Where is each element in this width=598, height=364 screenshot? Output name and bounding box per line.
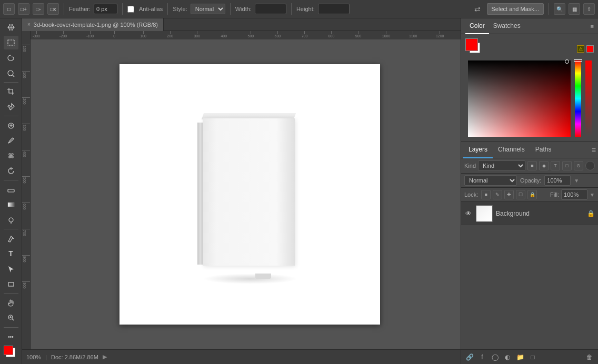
layers-blending-row: Normal Opacity: ▼	[461, 174, 598, 188]
close-tab-icon[interactable]: ×	[27, 22, 31, 27]
brush-tool-btn[interactable]	[4, 134, 18, 148]
quick-select-tool-btn[interactable]	[4, 66, 18, 80]
hand-tool-btn[interactable]	[4, 296, 18, 310]
filter-adjustment-btn[interactable]: ◆	[539, 161, 549, 170]
alpha-slider[interactable]	[585, 60, 592, 137]
status-bar: 100% | Doc: 2.86M/2.86M ▶	[22, 349, 461, 364]
new-selection-btn[interactable]: □	[3, 3, 15, 15]
crop-tool-btn[interactable]	[4, 85, 18, 99]
gamut-color-swatch[interactable]	[586, 45, 594, 53]
color-swatch-row: ⚠	[465, 38, 594, 58]
opacity-input[interactable]	[544, 175, 571, 186]
lock-position-btn[interactable]: ✚	[504, 190, 514, 199]
color-panel-menu-icon[interactable]: ≡	[591, 23, 594, 29]
fill-input[interactable]	[561, 189, 587, 200]
svg-line-2	[13, 75, 14, 77]
book-bottom-notch	[255, 274, 271, 279]
svg-rect-11	[8, 282, 14, 286]
search-btn[interactable]: 🔍	[554, 3, 565, 15]
dodge-tool-btn[interactable]	[4, 213, 18, 227]
lock-image-btn[interactable]: ✎	[493, 190, 502, 199]
fg-color-swatch[interactable]	[4, 346, 13, 355]
layer-lock-icon: 🔒	[587, 210, 595, 217]
filter-kind-select[interactable]: Kind	[478, 160, 525, 171]
lock-all-btn[interactable]: 🔒	[527, 190, 537, 199]
layers-tab[interactable]: Layers	[463, 141, 493, 158]
color-pickers: ⚠	[461, 34, 598, 141]
filter-type-btn[interactable]: T	[551, 161, 560, 170]
zoom-tool-btn[interactable]	[4, 311, 18, 325]
delete-layer-btn[interactable]: 🗑	[584, 352, 595, 362]
status-arrow[interactable]: ▶	[103, 353, 107, 360]
feather-input[interactable]	[94, 4, 117, 14]
filter-shape-btn[interactable]: □	[562, 161, 572, 170]
gradient-tool-btn[interactable]	[4, 198, 18, 212]
book-shadow	[203, 274, 297, 284]
new-layer-btn[interactable]: □	[527, 352, 538, 362]
link-layers-btn[interactable]: 🔗	[464, 352, 475, 362]
marquee-tool-btn[interactable]	[4, 36, 18, 50]
height-input[interactable]	[318, 4, 350, 14]
eyedropper-tool-btn[interactable]	[4, 100, 18, 114]
fill-arrow[interactable]: ▼	[590, 192, 595, 198]
layers-panel-menu-icon[interactable]: ≡	[592, 146, 596, 154]
fg-bg-swatches[interactable]	[4, 346, 18, 360]
width-input[interactable]	[255, 4, 286, 14]
filter-pixel-btn[interactable]: ■	[527, 161, 537, 170]
feather-label: Feather:	[69, 6, 91, 12]
filter-smart-btn[interactable]: ⊙	[574, 161, 583, 170]
subtract-selection-btn[interactable]: □-	[33, 3, 44, 15]
left-sep6	[4, 327, 18, 328]
gamut-warning-icon[interactable]: ⚠	[577, 45, 584, 53]
layer-style-btn[interactable]: f	[477, 352, 487, 362]
color-section: Color Swatches ≡ ⚠	[461, 18, 598, 141]
shape-tool-btn[interactable]	[4, 277, 18, 291]
swatches-tab[interactable]: Swatches	[489, 18, 525, 34]
select-mask-button[interactable]: Select and Mask...	[487, 3, 544, 15]
arrange-btn[interactable]: ▦	[569, 3, 580, 15]
layer-visibility-toggle[interactable]: 👁	[464, 209, 473, 218]
adjustment-layer-btn[interactable]: ◐	[502, 352, 513, 362]
history-brush-tool-btn[interactable]	[4, 164, 18, 178]
ruler-corner	[22, 31, 31, 39]
group-layer-btn[interactable]: 📁	[515, 352, 525, 362]
intersect-selection-btn[interactable]: □x	[47, 3, 59, 15]
svg-rect-6	[8, 189, 14, 192]
lock-artboard-btn[interactable]: ☐	[516, 190, 525, 199]
add-selection-btn[interactable]: □+	[18, 3, 29, 15]
type-tool-btn[interactable]: T	[4, 247, 18, 261]
opacity-arrow[interactable]: ▼	[574, 178, 579, 184]
fg-color-box[interactable]	[465, 38, 478, 51]
layer-row-background[interactable]: 👁 Background 🔒	[461, 202, 598, 225]
lasso-tool-btn[interactable]	[4, 50, 18, 65]
path-select-tool-btn[interactable]	[4, 262, 18, 276]
lock-pixels-btn[interactable]: ■	[481, 190, 491, 199]
more-tools-btn[interactable]: •••	[4, 330, 18, 344]
clone-stamp-tool-btn[interactable]	[4, 149, 18, 163]
share-btn[interactable]: ⇧	[583, 3, 595, 15]
style-select[interactable]: Normal	[191, 4, 225, 14]
canvas-scroll[interactable]	[39, 39, 461, 349]
anti-alias-label: Anti-alias	[139, 6, 163, 12]
anti-alias-checkbox[interactable]	[127, 6, 134, 13]
sep1	[64, 3, 64, 15]
status-sep: |	[45, 354, 47, 360]
sep2	[122, 3, 123, 15]
layers-list: 👁 Background 🔒	[461, 202, 598, 349]
pen-tool-btn[interactable]	[4, 231, 18, 246]
document-tab[interactable]: × 3d-book-cover-template-1.png @ 100% (R…	[22, 18, 164, 31]
hue-slider[interactable]	[575, 60, 581, 137]
filter-toggle-btn[interactable]	[585, 161, 595, 170]
canvas-background	[39, 39, 461, 349]
healing-tool-btn[interactable]	[4, 118, 18, 133]
paths-tab[interactable]: Paths	[530, 141, 557, 158]
left-sep5	[4, 293, 18, 294]
warning-row: ⚠	[577, 45, 594, 53]
color-gradient-picker[interactable]	[468, 60, 592, 137]
blend-mode-select[interactable]: Normal	[464, 175, 517, 186]
move-tool-btn[interactable]	[4, 21, 18, 35]
eraser-tool-btn[interactable]	[4, 183, 18, 197]
color-tab[interactable]: Color	[465, 18, 489, 34]
layer-mask-btn[interactable]: ◯	[490, 352, 500, 362]
channels-tab[interactable]: Channels	[493, 141, 530, 158]
